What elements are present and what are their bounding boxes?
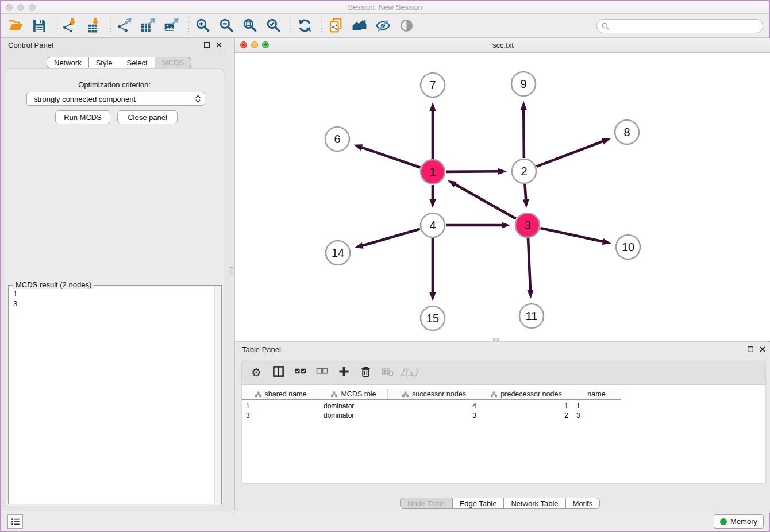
zoom-out-button[interactable]: [218, 17, 236, 34]
graph-node-6[interactable]: 6: [325, 127, 349, 151]
tab-network-table[interactable]: Network Table: [504, 498, 565, 509]
svg-text:14: 14: [332, 246, 344, 259]
tab-edge-table[interactable]: Edge Table: [453, 498, 505, 509]
cell-shared-name[interactable]: 1: [242, 402, 319, 411]
cell-name[interactable]: 1: [572, 402, 621, 411]
graph-edge-1-6[interactable]: [353, 144, 420, 167]
import-network-button[interactable]: [61, 17, 79, 34]
graph-edge-1-7[interactable]: [429, 102, 436, 159]
toolbar-separator: [56, 17, 56, 35]
network-window-titlebar: × – + scc.txt: [235, 38, 770, 53]
show-hidden-button[interactable]: [398, 17, 415, 34]
graph-node-8[interactable]: 8: [615, 120, 639, 144]
graph-node-1[interactable]: 1: [421, 160, 445, 184]
column-header-successor-nodes[interactable]: successor nodes: [388, 389, 480, 399]
zoom-fit-icon: [242, 18, 258, 33]
search-field[interactable]: [596, 19, 763, 33]
export-table-button[interactable]: [140, 17, 157, 34]
vertical-splitter[interactable]: [228, 38, 234, 513]
window-titlebar: Session: New Session: [1, 1, 769, 14]
column-header-shared-name[interactable]: shared name: [242, 389, 319, 399]
cell-successor-nodes[interactable]: 3: [388, 411, 480, 420]
network-canvas[interactable]: 7968124314101511: [235, 53, 769, 341]
graph-node-7[interactable]: 7: [421, 73, 445, 97]
cell-MCDS-role[interactable]: dominator: [319, 411, 388, 420]
graph-edge-4-3[interactable]: [446, 222, 510, 228]
graph-node-10[interactable]: 10: [616, 235, 640, 259]
close-panel-icon[interactable]: [215, 41, 223, 49]
column-header-predecessor-nodes[interactable]: predecessor nodes: [480, 389, 572, 399]
tab-motifs[interactable]: Motifs: [566, 498, 600, 509]
graph-node-11[interactable]: 11: [519, 304, 544, 328]
table-options-button[interactable]: ⚙: [248, 364, 265, 381]
graph-edge-2-3[interactable]: [523, 184, 529, 208]
column-header-MCDS-role[interactable]: MCDS role: [319, 389, 388, 399]
delete-columns-button[interactable]: [357, 364, 374, 381]
result-scrollbar[interactable]: [214, 286, 221, 503]
zoom-in-button[interactable]: [194, 17, 212, 34]
cell-successor-nodes[interactable]: 4: [388, 402, 480, 411]
show-columns-button[interactable]: [270, 364, 287, 381]
graph-edge-4-15[interactable]: [429, 238, 436, 301]
zoom-fit-button[interactable]: [241, 17, 259, 34]
cell-predecessor-nodes[interactable]: 2: [480, 411, 572, 420]
search-input[interactable]: [613, 22, 758, 30]
tab-style[interactable]: Style: [89, 57, 120, 68]
run-mcds-button[interactable]: Run MCDS: [55, 110, 110, 124]
svg-text:7: 7: [429, 79, 436, 91]
horizontal-splitter-handle[interactable]: [493, 338, 499, 341]
save-session-button[interactable]: [30, 17, 48, 34]
export-image-button[interactable]: [163, 17, 181, 34]
task-history-button[interactable]: [7, 514, 23, 529]
optimization-criterion-label: Optimization criterion:: [5, 80, 224, 89]
graph-node-4[interactable]: 4: [421, 213, 445, 237]
graph-edge-3-1[interactable]: [448, 180, 516, 219]
cell-predecessor-nodes[interactable]: 1: [480, 402, 572, 411]
import-table-button[interactable]: [85, 17, 103, 34]
float-panel-icon[interactable]: [203, 41, 211, 49]
table-row[interactable]: 3dominator323: [242, 411, 621, 420]
open-session-button[interactable]: [7, 17, 25, 34]
memory-button[interactable]: Memory: [714, 514, 764, 529]
close-panel-button[interactable]: Close panel: [117, 110, 178, 124]
svg-text:11: 11: [526, 310, 538, 322]
tab-mcds[interactable]: MCDS: [155, 57, 191, 68]
tab-network[interactable]: Network: [47, 57, 89, 68]
table-row[interactable]: 1dominator411: [242, 402, 621, 411]
export-network-button[interactable]: [116, 17, 134, 34]
cell-name[interactable]: 3: [572, 411, 621, 420]
hierarchy-icon: [330, 391, 338, 398]
deselect-all-icon: [316, 365, 328, 380]
mcds-result-text[interactable]: 13: [9, 287, 214, 503]
apply-layout-button[interactable]: [296, 17, 314, 34]
graph-node-9[interactable]: 9: [511, 72, 536, 96]
column-header-name[interactable]: name: [572, 389, 621, 399]
hide-selected-button[interactable]: [374, 17, 392, 34]
cell-shared-name[interactable]: 3: [242, 411, 319, 420]
graph-edge-1-2[interactable]: [446, 168, 507, 175]
cell-MCDS-role[interactable]: dominator: [319, 402, 388, 411]
tab-select[interactable]: Select: [120, 57, 155, 68]
graph-edge-2-9[interactable]: [521, 101, 527, 158]
graph-edge-3-10[interactable]: [540, 228, 611, 245]
zoom-out-icon: [219, 18, 234, 33]
graph-edge-1-4[interactable]: [429, 185, 436, 208]
graph-edge-4-14[interactable]: [355, 229, 420, 248]
clone-network-button[interactable]: [327, 17, 345, 34]
zoom-selected-button[interactable]: [265, 17, 283, 34]
float-table-panel-icon[interactable]: [746, 345, 754, 353]
first-neighbors-button[interactable]: [351, 17, 368, 34]
select-all-columns-button[interactable]: [291, 364, 309, 381]
graph-node-3[interactable]: 3: [515, 213, 540, 237]
graph-edge-2-8[interactable]: [537, 138, 611, 167]
graph-edge-3-11[interactable]: [527, 238, 533, 299]
optimization-criterion-select[interactable]: strongly connected component: [26, 92, 205, 106]
graph-node-2[interactable]: 2: [512, 159, 536, 183]
deselect-all-columns-button[interactable]: [313, 364, 330, 381]
close-table-panel-icon[interactable]: [759, 345, 767, 353]
graph-node-14[interactable]: 14: [326, 241, 350, 265]
splitter-handle[interactable]: [229, 267, 233, 276]
graph-node-15[interactable]: 15: [421, 306, 445, 330]
create-column-button[interactable]: [335, 364, 352, 381]
tab-node-table[interactable]: Node Table: [400, 498, 453, 509]
